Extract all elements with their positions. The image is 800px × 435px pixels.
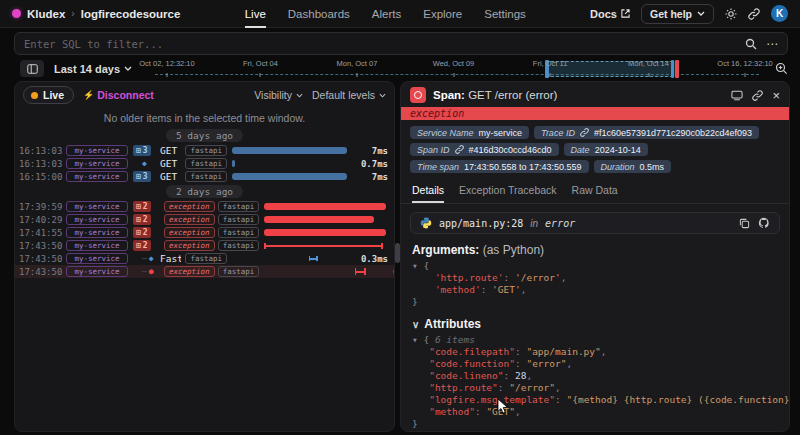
attributes-section: ∨Attributes ▾ { 6 items "code.filepath":…: [401, 308, 789, 430]
copy-icon[interactable]: [739, 217, 750, 229]
trace-row[interactable]: 17:41:55my-service⊞2GET /errorexceptionf…: [15, 226, 394, 239]
timeline-tick-label: Oct 02, 12:32:10: [139, 59, 194, 68]
disconnect-icon: ⚡: [83, 90, 94, 100]
time-divider-label: 5 days ago: [166, 129, 243, 142]
span-kind-column: ─◆: [133, 254, 160, 263]
expand-spans-badge[interactable]: ⊞3: [133, 145, 151, 156]
indent: [412, 394, 429, 405]
trace-row[interactable]: 16:13:03my-service◆GET /favicon.icofasta…: [15, 157, 394, 170]
close-icon[interactable]: ×: [772, 89, 780, 102]
attr-key: "logfire.msg_template": [429, 394, 555, 405]
trace-row[interactable]: 17:43:50my-service─◆FastAPI argumentsfas…: [15, 252, 394, 265]
duration-bar: [264, 203, 386, 210]
theme-toggle-icon[interactable]: [725, 8, 737, 20]
expand-spans-badge[interactable]: ⊞3: [133, 171, 151, 182]
expand-spans-badge[interactable]: ⊞2: [133, 201, 151, 212]
span-message: FastAPI arguments: [160, 253, 181, 264]
service-badge: my-service: [66, 214, 128, 225]
trace-row[interactable]: 17:43:50my-service─●GET /error (error)ex…: [15, 265, 394, 278]
tab-alerts[interactable]: Alerts: [372, 0, 401, 28]
meta-value: 17:43:50.558 to 17:43:50.559: [464, 162, 582, 172]
dock-panel-icon[interactable]: [731, 90, 743, 101]
code-path[interactable]: app/main.py:28: [439, 218, 523, 229]
toggle-sidebar-icon[interactable]: [20, 60, 44, 77]
span-detail-panel: Span: GET /error (error) × exception Ser…: [400, 81, 790, 432]
fastapi-tag: fastapi: [218, 227, 260, 238]
sql-filter-input[interactable]: [24, 38, 745, 50]
detail-tab-exception-traceback[interactable]: Exception Traceback: [459, 184, 556, 203]
expand-icon: ⊞: [136, 214, 141, 225]
row-timestamp: 16:13:03: [19, 159, 66, 169]
zoom-in-icon[interactable]: [775, 62, 788, 75]
github-icon[interactable]: [758, 217, 770, 229]
tree-branch-icon: ─: [142, 267, 147, 276]
chevron-down-icon: [124, 66, 132, 71]
meta-value: my-service: [479, 128, 523, 138]
trace-row[interactable]: 16:13:03my-service⊞3GET /fastapi7ms: [15, 144, 394, 157]
panel-resize-handle[interactable]: [395, 243, 400, 263]
chevron-down-icon: [379, 93, 386, 98]
attributes-heading-label: Attributes: [424, 317, 481, 331]
expand-icon: ⊞: [136, 145, 141, 156]
search-icon[interactable]: [745, 38, 757, 50]
timeline-histogram[interactable]: Oct 02, 12:32:10Fri, Oct 04Mon, Oct 07We…: [142, 58, 765, 79]
get-help-button[interactable]: Get help: [641, 4, 714, 24]
meta-badge-service-name: Service Namemy-service: [410, 126, 529, 139]
arguments-heading: Arguments: (as Python): [412, 243, 778, 257]
disconnect-button[interactable]: ⚡ Disconnect: [83, 89, 154, 101]
indent: [412, 370, 429, 381]
default-levels-dropdown[interactable]: Default levels: [312, 89, 386, 101]
tab-dashboards[interactable]: Dashboards: [288, 0, 350, 28]
tab-settings[interactable]: Settings: [484, 0, 526, 28]
breadcrumb-project[interactable]: logfirecodesource: [81, 8, 181, 20]
expand-spans-badge[interactable]: ⊞2: [133, 214, 151, 225]
more-options-icon[interactable]: ⋯: [766, 38, 779, 50]
user-avatar[interactable]: K: [771, 5, 788, 22]
timeline-tick-mark: [166, 73, 167, 77]
share-link-icon[interactable]: [748, 8, 760, 20]
row-timestamp: 17:43:50: [19, 241, 66, 251]
visibility-dropdown[interactable]: Visibility: [254, 89, 303, 101]
expand-spans-badge[interactable]: ⊞2: [133, 240, 151, 251]
time-range-dropdown[interactable]: Last 14 days: [54, 63, 132, 75]
expand-column: ⊞2: [133, 214, 160, 225]
docs-link[interactable]: Docs: [590, 8, 630, 20]
trace-row[interactable]: 17:40:29my-service⊞2GET /errorexceptionf…: [15, 213, 394, 226]
meta-label: Date: [571, 145, 590, 155]
topbar: Kludex › logfirecodesource LiveDashboard…: [0, 0, 800, 28]
time-range-bar: Last 14 days Oct 02, 12:32:10Fri, Oct 04…: [0, 58, 800, 79]
trace-row[interactable]: 16:15:00my-service⊞3GET /fastapi7ms: [15, 170, 394, 183]
arguments-mode-label: (as Python): [483, 243, 544, 257]
trace-row[interactable]: 17:43:50my-service⊞2GET /errorexceptionf…: [15, 239, 394, 252]
copy-link-icon[interactable]: [752, 90, 763, 101]
arg-value: '/error': [515, 272, 561, 283]
meta-badge-span-id: Span ID#416d30c0ccd46cd0: [410, 143, 559, 156]
breadcrumb-org[interactable]: Kludex: [27, 8, 65, 20]
detail-tab-raw-data[interactable]: Raw Data: [572, 184, 618, 203]
live-toggle[interactable]: Live: [23, 86, 74, 104]
expand-spans-badge[interactable]: ⊞2: [133, 227, 151, 238]
code-in-word: in: [530, 218, 538, 229]
child-count: 2: [143, 227, 148, 238]
detail-tab-details[interactable]: Details: [412, 184, 444, 203]
row-duration: 6ms: [386, 241, 395, 251]
interval-cap: [355, 268, 357, 275]
trace-row[interactable]: 17:39:59my-service⊞2GET /errorexceptionf…: [15, 200, 394, 213]
attributes-heading[interactable]: ∨Attributes: [412, 317, 778, 331]
span-meta-badges: Service Namemy-serviceTrace ID#f1c60e573…: [401, 120, 789, 177]
row-timestamp: 17:39:59: [19, 202, 66, 212]
arg-value: 'GET': [492, 284, 521, 295]
meta-label: Service Name: [417, 128, 474, 138]
tab-live[interactable]: Live: [245, 0, 266, 28]
timeline-tick-mark: [356, 73, 357, 77]
tree-branch-icon: ─: [142, 254, 147, 263]
selection-right-handle[interactable]: [671, 60, 674, 78]
fastapi-tag: fastapi: [218, 214, 260, 225]
meta-label: Span ID: [417, 145, 450, 155]
arg-key: 'method': [435, 284, 481, 295]
tab-explore[interactable]: Explore: [423, 0, 462, 28]
row-tags: fastapi: [185, 158, 227, 169]
python-icon: [420, 217, 432, 229]
colon: :: [515, 358, 526, 369]
interval-cap: [316, 256, 318, 261]
